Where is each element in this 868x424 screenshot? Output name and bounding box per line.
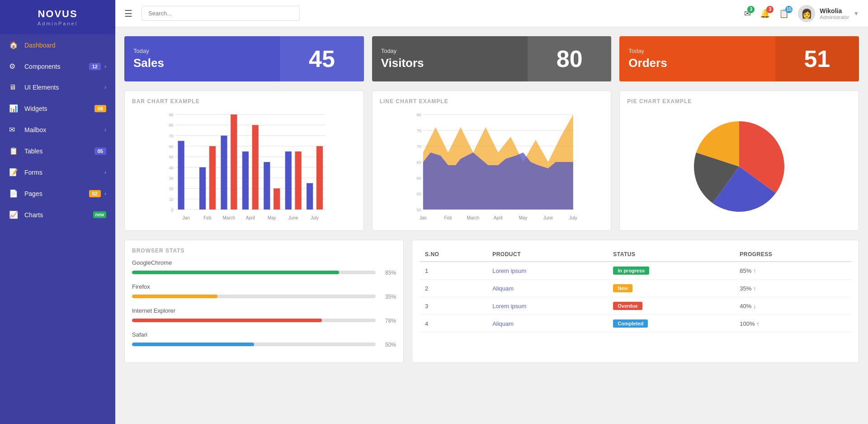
table-cell-sno: 3 bbox=[420, 297, 487, 315]
table-body: 1 Lorem ipsum In progress 85% ↑ 2 Aliqua… bbox=[420, 262, 851, 333]
table-head: S.NO PRODUCT STATUS PROGRESS bbox=[420, 248, 851, 262]
charts-row: BAR CHART EXAMPLE 0102030405060708090Jan… bbox=[124, 91, 859, 231]
svg-rect-32 bbox=[274, 188, 280, 210]
hamburger-icon[interactable]: ☰ bbox=[124, 8, 132, 19]
tables-nav-icon: 📋 bbox=[9, 147, 19, 155]
svg-text:80: 80 bbox=[169, 123, 174, 128]
content-area: Today Sales 45 Today Visitors 80 Today O… bbox=[115, 27, 868, 424]
stat-card-visitors: Today Visitors 80 bbox=[372, 36, 612, 81]
svg-text:June: June bbox=[288, 215, 298, 220]
browser-progress-row: 35% bbox=[132, 292, 396, 300]
pie-chart-title: PIE CHART EXAMPLE bbox=[627, 98, 851, 105]
browser-stats-title: BROWSER STATS bbox=[132, 248, 396, 254]
svg-rect-35 bbox=[295, 152, 301, 210]
svg-text:60: 60 bbox=[416, 176, 421, 181]
svg-text:65: 65 bbox=[416, 160, 421, 165]
sidebar-item-charts[interactable]: 📈 Charts new bbox=[0, 204, 115, 225]
svg-rect-34 bbox=[285, 152, 292, 210]
browser-item: GoogleChrome 85% bbox=[132, 259, 396, 276]
pie-chart-area bbox=[627, 110, 851, 223]
line-chart-area: 50556065707580JanFebMarchAprilMayJuneJul… bbox=[380, 110, 604, 223]
mailbox-nav-icon: ✉ bbox=[9, 125, 19, 134]
progress-pct: 35% bbox=[380, 294, 396, 300]
svg-text:March: March bbox=[223, 215, 236, 220]
components-nav-icon: ⚙ bbox=[9, 62, 19, 71]
col-status: STATUS bbox=[608, 248, 734, 262]
table-cell-product[interactable]: Aliquam bbox=[487, 315, 608, 333]
user-name: Wikolia bbox=[820, 7, 849, 14]
table-row: 4 Aliquam Completed 100% ↑ bbox=[420, 315, 851, 333]
forms-nav-icon: 📝 bbox=[9, 168, 19, 176]
svg-text:0: 0 bbox=[171, 208, 174, 212]
browser-item: Safari 50% bbox=[132, 331, 396, 348]
user-info[interactable]: 👩 Wikolia Administrator ▼ bbox=[798, 5, 859, 22]
table-cell-progress: 35% ↑ bbox=[734, 280, 851, 297]
stat-left-visitors: Today Visitors bbox=[372, 36, 528, 81]
svg-text:60: 60 bbox=[169, 144, 174, 149]
stat-left-orders: Today Orders bbox=[619, 36, 775, 81]
status-badge: Overdue bbox=[613, 302, 642, 310]
table-cell-product[interactable]: Aliquam bbox=[487, 280, 608, 297]
sidebar-item-mailbox[interactable]: ✉ Mailbox › bbox=[0, 119, 115, 140]
svg-rect-38 bbox=[316, 146, 323, 210]
sidebar-item-ui-elements[interactable]: 🖥 UI Elements › bbox=[0, 77, 115, 98]
svg-text:70: 70 bbox=[416, 144, 421, 149]
tables-nav-label: Tables bbox=[24, 148, 94, 155]
stat-right-sales: 45 bbox=[280, 36, 363, 81]
table-row: 2 Aliquam New 35% ↑ bbox=[420, 280, 851, 297]
status-badge: In progress bbox=[613, 267, 649, 275]
progress-pct: 78% bbox=[380, 318, 396, 324]
search-box bbox=[142, 6, 300, 21]
svg-text:Feb: Feb bbox=[203, 215, 212, 220]
table-cell-status: Completed bbox=[608, 315, 734, 333]
charts-nav-label: Charts bbox=[24, 211, 93, 219]
bell-icon-button[interactable]: 🔔 3 bbox=[760, 9, 770, 19]
svg-text:40: 40 bbox=[169, 166, 174, 170]
svg-text:10: 10 bbox=[169, 197, 174, 202]
table-cell-sno: 4 bbox=[420, 315, 487, 333]
stat-number-orders: 51 bbox=[804, 45, 830, 72]
browser-item: Internet Explorer 78% bbox=[132, 307, 396, 324]
search-input[interactable] bbox=[142, 6, 300, 21]
svg-text:July: July bbox=[569, 215, 577, 220]
bar-chart-title: BAR CHART EXAMPLE bbox=[132, 98, 356, 105]
bar-chart-panel: BAR CHART EXAMPLE 0102030405060708090Jan… bbox=[124, 91, 364, 231]
sidebar-item-tables[interactable]: 📋 Tables 05 bbox=[0, 140, 115, 162]
mail-badge: 3 bbox=[747, 6, 755, 13]
svg-rect-29 bbox=[252, 125, 259, 210]
progress-bar-bg bbox=[132, 319, 376, 322]
line-chart-panel: LINE CHART EXAMPLE 50556065707580JanFebM… bbox=[372, 91, 612, 231]
stat-label-top-visitors: Today bbox=[381, 48, 519, 54]
sidebar-item-pages[interactable]: 📄 Pages 02 › bbox=[0, 183, 115, 204]
components-badge: 12 bbox=[89, 63, 101, 70]
stat-card-orders: Today Orders 51 bbox=[619, 36, 859, 81]
sidebar-item-widgets[interactable]: 📊 Widgets 08 bbox=[0, 98, 115, 119]
progress-trend: ↓ bbox=[753, 303, 756, 310]
stat-label-top-sales: Today bbox=[133, 48, 271, 54]
svg-text:30: 30 bbox=[169, 176, 174, 181]
widgets-nav-label: Widgets bbox=[24, 105, 94, 112]
svg-text:90: 90 bbox=[169, 113, 174, 117]
table-row: 1 Lorem ipsum In progress 85% ↑ bbox=[420, 262, 851, 280]
product-table: S.NO PRODUCT STATUS PROGRESS 1 Lorem ips… bbox=[420, 248, 851, 333]
stat-left-sales: Today Sales bbox=[124, 36, 280, 81]
brand-name: NOVUS bbox=[5, 8, 111, 20]
svg-text:May: May bbox=[519, 215, 527, 220]
table-cell-product[interactable]: Lorem ipsum bbox=[487, 262, 608, 280]
browser-name: Safari bbox=[132, 331, 396, 338]
list-icon-button[interactable]: 📋 15 bbox=[779, 9, 789, 19]
progress-bar-bg bbox=[132, 271, 376, 274]
line-chart-svg: 50556065707580JanFebMarchAprilMayJuneJul… bbox=[380, 110, 604, 223]
progress-trend: ↑ bbox=[756, 320, 760, 327]
mail-icon-button[interactable]: ✉ 3 bbox=[744, 9, 751, 19]
svg-rect-25 bbox=[221, 136, 227, 210]
table-panel: S.NO PRODUCT STATUS PROGRESS 1 Lorem ips… bbox=[412, 240, 859, 363]
sidebar-item-components[interactable]: ⚙ Components 12 › bbox=[0, 56, 115, 77]
table-cell-product[interactable]: Lorem ipsum bbox=[487, 297, 608, 315]
svg-rect-37 bbox=[307, 183, 313, 210]
widgets-nav-icon: 📊 bbox=[9, 104, 19, 113]
sidebar-item-forms[interactable]: 📝 Forms › bbox=[0, 162, 115, 183]
progress-bar-fill bbox=[132, 295, 217, 298]
sidebar-item-dashboard[interactable]: 🏠 Dashboard bbox=[0, 34, 115, 56]
svg-text:70: 70 bbox=[169, 134, 174, 138]
